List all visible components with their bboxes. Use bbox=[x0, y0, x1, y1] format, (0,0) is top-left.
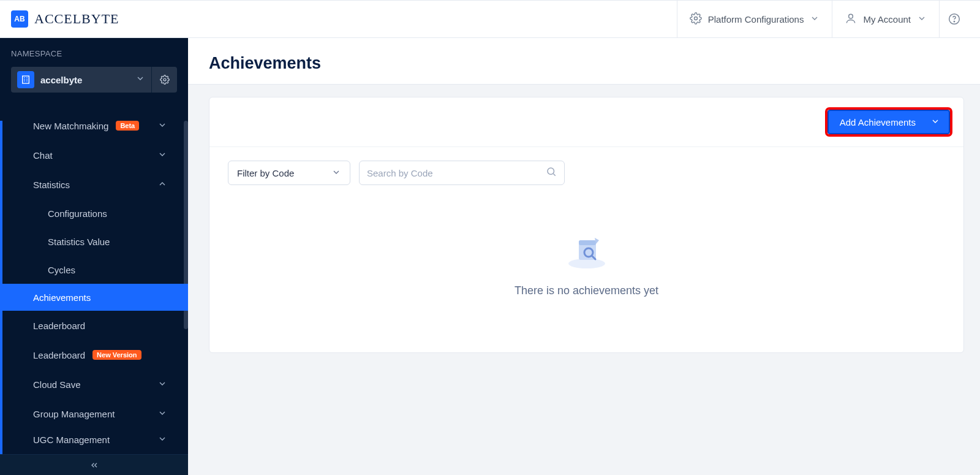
sidebar-item-label: UGC Management bbox=[33, 435, 110, 445]
chevron-down-icon bbox=[917, 13, 927, 25]
beta-badge: Beta bbox=[116, 121, 139, 131]
sidebar-sub-statistics-value[interactable]: Statistics Value bbox=[0, 227, 188, 256]
add-achievements-label: Add Achievements bbox=[840, 117, 916, 127]
building-icon bbox=[17, 71, 34, 88]
platform-configurations-menu[interactable]: Platform Configurations bbox=[677, 1, 832, 37]
svg-rect-4 bbox=[23, 76, 29, 83]
sidebar-item-label: Statistics bbox=[33, 180, 70, 190]
topbar-right: Platform Configurations My Account bbox=[677, 1, 969, 37]
platform-configurations-label: Platform Configurations bbox=[708, 14, 804, 25]
sidebar-sub-label: Configurations bbox=[48, 208, 107, 219]
svg-point-0 bbox=[694, 17, 697, 20]
search-by-code-input-wrapper bbox=[359, 161, 565, 185]
svg-point-3 bbox=[954, 21, 954, 22]
brand-logo-text: AB bbox=[14, 15, 24, 23]
sidebar-item-statistics[interactable]: Statistics bbox=[0, 170, 188, 199]
sidebar-item-label: Cloud Save bbox=[33, 379, 81, 390]
empty-state-illustration bbox=[565, 232, 608, 268]
sidebar-sub-label: Statistics Value bbox=[48, 237, 110, 247]
new-version-badge: New Version bbox=[92, 350, 141, 360]
namespace-row: accelbyte bbox=[11, 67, 177, 93]
chevron-down-icon bbox=[930, 116, 940, 128]
namespace-label: NAMESPACE bbox=[11, 49, 177, 58]
chevron-down-icon bbox=[810, 13, 820, 25]
panel-toolbar: Add Achievements bbox=[209, 97, 963, 147]
empty-state: There is no achievements yet bbox=[209, 189, 963, 352]
sidebar-item-leaderboard[interactable]: Leaderboard bbox=[0, 311, 188, 340]
layout: NAMESPACE accelbyte New Mat bbox=[0, 38, 980, 475]
sidebar: NAMESPACE accelbyte New Mat bbox=[0, 38, 188, 475]
chevron-up-icon bbox=[157, 179, 167, 191]
sidebar-item-achievements[interactable]: Achievements bbox=[0, 284, 188, 311]
svg-point-12 bbox=[548, 168, 554, 175]
panel-wrapper: Add Achievements Filter by Code bbox=[193, 85, 980, 369]
sidebar-item-label: Leaderboard bbox=[33, 350, 85, 360]
namespace-settings-button[interactable] bbox=[151, 67, 177, 93]
svg-point-11 bbox=[164, 78, 166, 81]
sidebar-namespace-section: NAMESPACE accelbyte bbox=[0, 38, 188, 99]
sidebar-sub-configurations[interactable]: Configurations bbox=[0, 199, 188, 227]
my-account-label: My Account bbox=[863, 14, 911, 25]
user-icon bbox=[845, 12, 857, 26]
collapse-sidebar-button[interactable] bbox=[0, 454, 188, 475]
gear-icon bbox=[690, 12, 702, 26]
brand: AB ACCELBYTE bbox=[11, 10, 119, 28]
svg-rect-16 bbox=[579, 240, 596, 245]
filter-label: Filter by Code bbox=[237, 168, 294, 178]
sidebar-sub-cycles[interactable]: Cycles bbox=[0, 256, 188, 284]
sidebar-item-ugc-management[interactable]: UGC Management bbox=[0, 428, 188, 450]
chevron-down-icon bbox=[157, 408, 167, 420]
sidebar-nav: New Matchmaking Beta Chat Statistics Con… bbox=[0, 99, 188, 475]
filter-by-code-select[interactable]: Filter by Code bbox=[228, 161, 350, 185]
add-achievements-button[interactable]: Add Achievements bbox=[827, 110, 950, 134]
page-title: Achievements bbox=[188, 38, 980, 85]
svg-line-13 bbox=[553, 173, 555, 175]
svg-point-14 bbox=[568, 259, 605, 268]
my-account-menu[interactable]: My Account bbox=[832, 1, 939, 37]
help-button[interactable] bbox=[940, 1, 969, 37]
namespace-selector[interactable]: accelbyte bbox=[11, 67, 151, 93]
sidebar-item-label: Chat bbox=[33, 150, 53, 161]
brand-name: ACCELBYTE bbox=[34, 11, 119, 27]
topbar: AB ACCELBYTE Platform Configurations My … bbox=[0, 0, 980, 38]
chevron-down-icon bbox=[157, 379, 167, 390]
sidebar-item-label: Group Management bbox=[33, 409, 115, 419]
sidebar-item-label: New Matchmaking bbox=[33, 121, 108, 131]
chevron-down-icon bbox=[135, 74, 145, 86]
filters-row: Filter by Code bbox=[209, 147, 963, 189]
chevron-down-icon bbox=[331, 167, 341, 179]
sidebar-item-chat[interactable]: Chat bbox=[0, 140, 188, 170]
sidebar-item-leaderboard-new[interactable]: Leaderboard New Version bbox=[0, 340, 188, 370]
svg-point-1 bbox=[849, 14, 853, 18]
chevron-down-icon bbox=[157, 120, 167, 132]
chevron-down-icon bbox=[157, 434, 167, 446]
sidebar-item-cloud-save[interactable]: Cloud Save bbox=[0, 370, 188, 399]
sidebar-item-label: Achievements bbox=[33, 292, 91, 303]
panel: Add Achievements Filter by Code bbox=[209, 97, 964, 353]
sidebar-sub-label: Cycles bbox=[48, 265, 75, 275]
sidebar-item-group-management[interactable]: Group Management bbox=[0, 399, 188, 428]
empty-state-text: There is no achievements yet bbox=[514, 284, 658, 297]
search-icon bbox=[546, 166, 557, 180]
main: Achievements Add Achievements Filter by … bbox=[188, 38, 980, 475]
sidebar-item-label: Leaderboard bbox=[33, 321, 85, 331]
chevron-down-icon bbox=[157, 150, 167, 161]
namespace-name: accelbyte bbox=[40, 75, 135, 85]
add-achievements-highlight: Add Achievements bbox=[825, 107, 952, 137]
sidebar-item-new-matchmaking[interactable]: New Matchmaking Beta bbox=[0, 111, 188, 140]
search-by-code-input[interactable] bbox=[367, 168, 540, 178]
brand-logo: AB bbox=[11, 10, 28, 28]
